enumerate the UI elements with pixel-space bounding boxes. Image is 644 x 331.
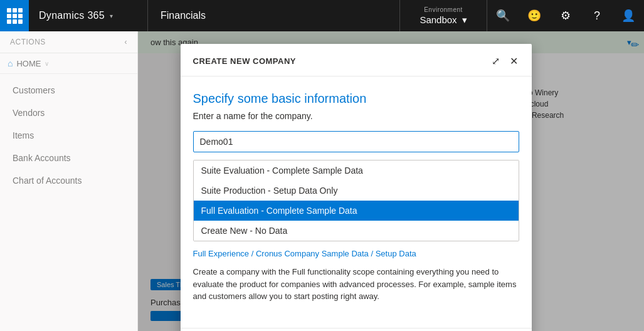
topbar: Dynamics 365 ▾ Financials Environment Sa… — [0, 0, 644, 31]
modal-header: CREATE NEW COMPANY ⤢ ✕ — [181, 44, 532, 76]
content-area: ACTIONS ‹ ⌂ HOME ∨ Customers Vendors Ite… — [0, 31, 644, 331]
dropdown-item-suite-eval[interactable]: Suite Evaluation - Complete Sample Data — [194, 160, 519, 181]
app-chevron-icon: ▾ — [110, 13, 113, 19]
sidebar-collapse-icon[interactable]: ‹ — [125, 38, 128, 46]
help-button[interactable]: ? — [581, 0, 613, 31]
module-name: Financials — [148, 10, 399, 21]
sidebar-actions-header: ACTIONS ‹ — [0, 31, 137, 53]
env-chevron-icon: ▾ — [462, 14, 467, 26]
home-icon[interactable]: ⌂ — [8, 58, 13, 68]
modal-body: Specify some basic information Enter a n… — [181, 76, 532, 328]
feedback-button[interactable]: 🙂 — [519, 0, 550, 31]
modal-close-button[interactable]: ✕ — [509, 54, 519, 68]
environment-selector[interactable]: Environment Sandbox ▾ — [399, 0, 487, 31]
profile-button[interactable]: 👤 — [613, 0, 644, 31]
actions-label: ACTIONS — [10, 38, 46, 46]
modal-option-desc: Full Experience / Cronus Company Sample … — [193, 249, 519, 258]
modal-step-desc: Enter a name for the company. — [193, 111, 519, 121]
settings-button[interactable]: ⚙ — [550, 0, 581, 31]
modal-header-actions: ⤢ ✕ — [490, 54, 519, 68]
search-button[interactable]: 🔍 — [487, 0, 519, 31]
modal-option-body: Create a company with the Full functiona… — [193, 266, 519, 303]
sidebar-item-chart-accounts[interactable]: Chart of Accounts — [0, 169, 137, 192]
app-name[interactable]: Dynamics 365 ▾ — [29, 0, 148, 31]
breadcrumb-text: HOME — [16, 59, 41, 68]
environment-value: Sandbox ▾ — [420, 14, 467, 26]
sidebar: ACTIONS ‹ ⌂ HOME ∨ Customers Vendors Ite… — [0, 31, 138, 331]
modal-step-title: Specify some basic information — [193, 92, 519, 106]
template-dropdown-list: Suite Evaluation - Complete Sample Data … — [193, 160, 519, 241]
app-grid-button[interactable] — [0, 0, 29, 31]
sidebar-nav: Customers Vendors Items Bank Accounts Ch… — [0, 74, 137, 197]
dropdown-item-full-eval[interactable]: Full Evaluation - Complete Sample Data — [194, 201, 519, 221]
sidebar-item-vendors[interactable]: Vendors — [0, 102, 137, 124]
app-name-label: Dynamics 365 — [39, 10, 105, 21]
company-name-input[interactable] — [193, 131, 519, 152]
create-company-modal: CREATE NEW COMPANY ⤢ ✕ Specify some basi… — [181, 44, 532, 331]
modal-footer: Back Next Finish — [181, 328, 532, 332]
sidebar-item-bank-accounts[interactable]: Bank Accounts — [0, 147, 137, 169]
main-panel: ow this again. ▾ es Value Coho Winery Re… — [138, 31, 644, 331]
grid-icon — [7, 8, 23, 24]
dropdown-item-create-new[interactable]: Create New - No Data — [194, 221, 519, 241]
dropdown-item-suite-prod[interactable]: Suite Production - Setup Data Only — [194, 181, 519, 201]
modal-expand-button[interactable]: ⤢ — [490, 54, 501, 68]
breadcrumb: ⌂ HOME ∨ — [0, 53, 137, 74]
sidebar-item-items[interactable]: Items — [0, 124, 137, 147]
environment-label: Environment — [424, 6, 463, 13]
modal-title: CREATE NEW COMPANY — [193, 56, 297, 66]
sidebar-item-customers[interactable]: Customers — [0, 79, 137, 102]
breadcrumb-chevron-icon: ∨ — [45, 60, 49, 67]
